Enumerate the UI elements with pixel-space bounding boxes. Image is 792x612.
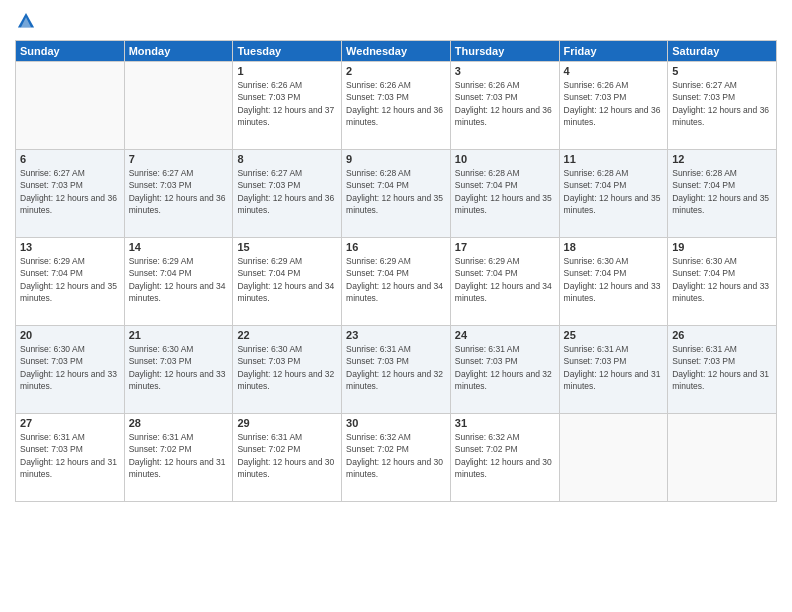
day-info: Sunrise: 6:26 AMSunset: 7:03 PMDaylight:…	[346, 79, 446, 128]
day-info: Sunrise: 6:32 AMSunset: 7:02 PMDaylight:…	[346, 431, 446, 480]
day-info: Sunrise: 6:30 AMSunset: 7:03 PMDaylight:…	[237, 343, 337, 392]
day-info: Sunrise: 6:28 AMSunset: 7:04 PMDaylight:…	[455, 167, 555, 216]
day-number: 6	[20, 153, 120, 165]
calendar-cell: 27Sunrise: 6:31 AMSunset: 7:03 PMDayligh…	[16, 414, 125, 502]
day-number: 3	[455, 65, 555, 77]
day-number: 5	[672, 65, 772, 77]
day-info: Sunrise: 6:31 AMSunset: 7:03 PMDaylight:…	[20, 431, 120, 480]
day-info: Sunrise: 6:31 AMSunset: 7:02 PMDaylight:…	[129, 431, 229, 480]
calendar-cell: 5Sunrise: 6:27 AMSunset: 7:03 PMDaylight…	[668, 62, 777, 150]
calendar-week-1: 1Sunrise: 6:26 AMSunset: 7:03 PMDaylight…	[16, 62, 777, 150]
calendar-cell: 7Sunrise: 6:27 AMSunset: 7:03 PMDaylight…	[124, 150, 233, 238]
day-number: 17	[455, 241, 555, 253]
logo	[15, 10, 39, 32]
day-info: Sunrise: 6:32 AMSunset: 7:02 PMDaylight:…	[455, 431, 555, 480]
calendar-cell: 31Sunrise: 6:32 AMSunset: 7:02 PMDayligh…	[450, 414, 559, 502]
day-info: Sunrise: 6:26 AMSunset: 7:03 PMDaylight:…	[455, 79, 555, 128]
day-number: 29	[237, 417, 337, 429]
day-number: 8	[237, 153, 337, 165]
day-number: 7	[129, 153, 229, 165]
day-number: 22	[237, 329, 337, 341]
day-info: Sunrise: 6:27 AMSunset: 7:03 PMDaylight:…	[20, 167, 120, 216]
calendar-cell: 3Sunrise: 6:26 AMSunset: 7:03 PMDaylight…	[450, 62, 559, 150]
calendar-cell: 29Sunrise: 6:31 AMSunset: 7:02 PMDayligh…	[233, 414, 342, 502]
day-number: 10	[455, 153, 555, 165]
calendar-cell: 19Sunrise: 6:30 AMSunset: 7:04 PMDayligh…	[668, 238, 777, 326]
day-info: Sunrise: 6:30 AMSunset: 7:03 PMDaylight:…	[20, 343, 120, 392]
weekday-saturday: Saturday	[668, 41, 777, 62]
weekday-thursday: Thursday	[450, 41, 559, 62]
day-number: 20	[20, 329, 120, 341]
calendar-cell: 11Sunrise: 6:28 AMSunset: 7:04 PMDayligh…	[559, 150, 668, 238]
day-number: 18	[564, 241, 664, 253]
day-info: Sunrise: 6:30 AMSunset: 7:03 PMDaylight:…	[129, 343, 229, 392]
calendar-cell: 2Sunrise: 6:26 AMSunset: 7:03 PMDaylight…	[342, 62, 451, 150]
calendar-week-3: 13Sunrise: 6:29 AMSunset: 7:04 PMDayligh…	[16, 238, 777, 326]
day-info: Sunrise: 6:31 AMSunset: 7:03 PMDaylight:…	[564, 343, 664, 392]
calendar-cell: 17Sunrise: 6:29 AMSunset: 7:04 PMDayligh…	[450, 238, 559, 326]
day-number: 23	[346, 329, 446, 341]
day-info: Sunrise: 6:26 AMSunset: 7:03 PMDaylight:…	[564, 79, 664, 128]
day-info: Sunrise: 6:31 AMSunset: 7:03 PMDaylight:…	[672, 343, 772, 392]
day-info: Sunrise: 6:29 AMSunset: 7:04 PMDaylight:…	[455, 255, 555, 304]
day-number: 15	[237, 241, 337, 253]
calendar-cell: 14Sunrise: 6:29 AMSunset: 7:04 PMDayligh…	[124, 238, 233, 326]
day-info: Sunrise: 6:29 AMSunset: 7:04 PMDaylight:…	[237, 255, 337, 304]
calendar-cell: 4Sunrise: 6:26 AMSunset: 7:03 PMDaylight…	[559, 62, 668, 150]
calendar-cell	[124, 62, 233, 150]
day-info: Sunrise: 6:28 AMSunset: 7:04 PMDaylight:…	[672, 167, 772, 216]
day-number: 4	[564, 65, 664, 77]
day-number: 12	[672, 153, 772, 165]
weekday-tuesday: Tuesday	[233, 41, 342, 62]
weekday-wednesday: Wednesday	[342, 41, 451, 62]
calendar-cell: 21Sunrise: 6:30 AMSunset: 7:03 PMDayligh…	[124, 326, 233, 414]
day-info: Sunrise: 6:29 AMSunset: 7:04 PMDaylight:…	[20, 255, 120, 304]
day-number: 27	[20, 417, 120, 429]
calendar-cell: 22Sunrise: 6:30 AMSunset: 7:03 PMDayligh…	[233, 326, 342, 414]
calendar-cell: 28Sunrise: 6:31 AMSunset: 7:02 PMDayligh…	[124, 414, 233, 502]
calendar-cell: 30Sunrise: 6:32 AMSunset: 7:02 PMDayligh…	[342, 414, 451, 502]
day-info: Sunrise: 6:26 AMSunset: 7:03 PMDaylight:…	[237, 79, 337, 128]
day-info: Sunrise: 6:31 AMSunset: 7:03 PMDaylight:…	[346, 343, 446, 392]
day-info: Sunrise: 6:29 AMSunset: 7:04 PMDaylight:…	[346, 255, 446, 304]
calendar-cell	[559, 414, 668, 502]
day-info: Sunrise: 6:27 AMSunset: 7:03 PMDaylight:…	[129, 167, 229, 216]
day-number: 19	[672, 241, 772, 253]
day-info: Sunrise: 6:27 AMSunset: 7:03 PMDaylight:…	[237, 167, 337, 216]
day-number: 14	[129, 241, 229, 253]
day-info: Sunrise: 6:30 AMSunset: 7:04 PMDaylight:…	[672, 255, 772, 304]
calendar-cell: 12Sunrise: 6:28 AMSunset: 7:04 PMDayligh…	[668, 150, 777, 238]
calendar-cell: 9Sunrise: 6:28 AMSunset: 7:04 PMDaylight…	[342, 150, 451, 238]
day-number: 30	[346, 417, 446, 429]
calendar-cell: 26Sunrise: 6:31 AMSunset: 7:03 PMDayligh…	[668, 326, 777, 414]
calendar-cell: 23Sunrise: 6:31 AMSunset: 7:03 PMDayligh…	[342, 326, 451, 414]
calendar-cell: 6Sunrise: 6:27 AMSunset: 7:03 PMDaylight…	[16, 150, 125, 238]
day-number: 21	[129, 329, 229, 341]
calendar: SundayMondayTuesdayWednesdayThursdayFrid…	[15, 40, 777, 502]
calendar-week-5: 27Sunrise: 6:31 AMSunset: 7:03 PMDayligh…	[16, 414, 777, 502]
calendar-cell: 10Sunrise: 6:28 AMSunset: 7:04 PMDayligh…	[450, 150, 559, 238]
day-info: Sunrise: 6:31 AMSunset: 7:02 PMDaylight:…	[237, 431, 337, 480]
calendar-cell	[16, 62, 125, 150]
day-number: 2	[346, 65, 446, 77]
day-number: 26	[672, 329, 772, 341]
day-number: 13	[20, 241, 120, 253]
day-number: 16	[346, 241, 446, 253]
calendar-cell: 16Sunrise: 6:29 AMSunset: 7:04 PMDayligh…	[342, 238, 451, 326]
calendar-cell: 1Sunrise: 6:26 AMSunset: 7:03 PMDaylight…	[233, 62, 342, 150]
calendar-cell: 15Sunrise: 6:29 AMSunset: 7:04 PMDayligh…	[233, 238, 342, 326]
weekday-monday: Monday	[124, 41, 233, 62]
weekday-sunday: Sunday	[16, 41, 125, 62]
calendar-week-2: 6Sunrise: 6:27 AMSunset: 7:03 PMDaylight…	[16, 150, 777, 238]
weekday-friday: Friday	[559, 41, 668, 62]
calendar-cell: 24Sunrise: 6:31 AMSunset: 7:03 PMDayligh…	[450, 326, 559, 414]
calendar-cell: 18Sunrise: 6:30 AMSunset: 7:04 PMDayligh…	[559, 238, 668, 326]
day-info: Sunrise: 6:29 AMSunset: 7:04 PMDaylight:…	[129, 255, 229, 304]
day-info: Sunrise: 6:28 AMSunset: 7:04 PMDaylight:…	[564, 167, 664, 216]
day-number: 25	[564, 329, 664, 341]
day-number: 24	[455, 329, 555, 341]
day-info: Sunrise: 6:27 AMSunset: 7:03 PMDaylight:…	[672, 79, 772, 128]
day-number: 28	[129, 417, 229, 429]
day-number: 11	[564, 153, 664, 165]
weekday-header-row: SundayMondayTuesdayWednesdayThursdayFrid…	[16, 41, 777, 62]
